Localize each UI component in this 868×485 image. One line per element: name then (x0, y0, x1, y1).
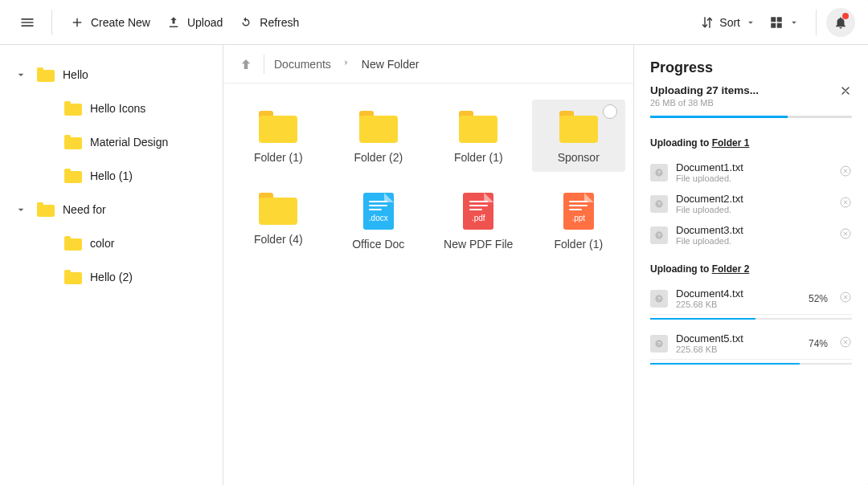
file-thumb-icon: ? (650, 195, 668, 213)
close-icon (839, 84, 852, 97)
chevron-down-icon (788, 17, 800, 28)
sidebar-item[interactable]: Hello (6, 58, 216, 92)
sidebar-item[interactable]: color (6, 226, 216, 260)
upload-file-percent: 74% (809, 338, 828, 349)
upload-file-row: ?Document2.txtFile uploaded. (650, 188, 852, 219)
body: HelloHello IconsMaterial DesignHello (1)… (0, 45, 868, 485)
upload-icon (166, 15, 181, 30)
sidebar-item-label: Hello Icons (90, 102, 145, 115)
upload-group: Uploading to Folder 1?Document1.txtFile … (650, 137, 852, 251)
breadcrumb-item[interactable]: Documents (274, 58, 331, 71)
progress-title: Progress (650, 59, 852, 76)
cancel-upload-button[interactable] (839, 291, 852, 306)
upload-file-sub: File uploaded. (676, 236, 831, 246)
file-tile-label: Folder (2) (354, 151, 403, 164)
file-tile[interactable]: .pptFolder (1) (532, 181, 626, 259)
breadcrumb-bar: Documents New Folder (223, 45, 633, 84)
selection-indicator[interactable] (603, 104, 617, 119)
sidebar-item[interactable]: Need for (6, 193, 216, 226)
upload-file-progress-bar (650, 363, 852, 365)
sidebar-item[interactable]: Hello Icons (6, 92, 216, 125)
sidebar-item-label: Hello (1) (90, 169, 133, 182)
sidebar-item-label: Hello (2) (90, 271, 133, 283)
folder-icon (64, 169, 82, 183)
create-new-button[interactable]: Create New (62, 9, 158, 36)
upload-group-title: Uploading to Folder 2 (650, 263, 852, 275)
folder-icon (64, 101, 82, 116)
progress-summary-row: Uploading 27 items... 26 MB of 38 MB (650, 84, 852, 108)
upload-file-name: Document5.txt (676, 332, 800, 344)
folder-icon (259, 193, 297, 225)
sidebar-item-label: Hello (63, 68, 88, 81)
upload-target-link[interactable]: Folder 1 (712, 137, 750, 149)
chevron-down-icon (13, 68, 29, 81)
progress-summary-sub: 26 MB of 38 MB (650, 98, 759, 108)
divider (264, 55, 264, 74)
cancel-upload-button[interactable] (839, 196, 852, 211)
refresh-button[interactable]: Refresh (231, 9, 307, 36)
upload-button[interactable]: Upload (158, 9, 231, 36)
sort-label: Sort (719, 16, 740, 29)
arrow-up-icon (239, 57, 253, 71)
sort-icon (700, 15, 714, 30)
cancel-upload-button[interactable] (839, 165, 852, 180)
cancel-upload-button[interactable] (839, 227, 852, 243)
chevron-right-icon (341, 57, 352, 71)
sidebar-item[interactable]: Hello (1) (6, 159, 216, 193)
sidebar-item[interactable]: Hello (2) (6, 260, 216, 294)
file-manager-app: Create New Upload Refresh Sort HelloHell… (0, 0, 868, 485)
sidebar-item[interactable]: Material Design (6, 125, 216, 159)
sort-button[interactable]: Sort (694, 10, 763, 35)
breadcrumb-item[interactable]: New Folder (362, 58, 420, 71)
upload-file-row: ?Document3.txtFile uploaded. (650, 219, 852, 251)
file-tile-label: Folder (1) (554, 238, 603, 251)
menu-button[interactable] (13, 8, 42, 37)
upload-group: Uploading to Folder 2?Document4.txt225.6… (650, 263, 852, 373)
file-thumb-icon: ? (650, 226, 668, 244)
plus-icon (70, 15, 84, 30)
upload-file-percent: 52% (809, 293, 828, 304)
file-thumb-icon: ? (650, 335, 668, 353)
folder-icon (64, 270, 82, 284)
divider (51, 10, 52, 35)
close-progress-button[interactable] (839, 84, 852, 100)
file-tile[interactable]: Folder (1) (432, 100, 526, 172)
file-tile[interactable]: Folder (4) (231, 181, 326, 259)
file-tile[interactable]: Folder (2) (332, 100, 426, 172)
file-tile[interactable]: Folder (1) (231, 100, 326, 172)
upload-file-row: ?Document4.txt225.68 KB52% (650, 283, 852, 315)
toolbar: Create New Upload Refresh Sort (0, 0, 868, 45)
folder-icon (64, 135, 82, 149)
sidebar-item-label: Need for (63, 203, 106, 216)
nav-up-button[interactable] (238, 56, 254, 72)
chevron-down-icon (13, 203, 29, 216)
sidebar-item-label: color (90, 237, 114, 250)
upload-file-progress-bar (650, 318, 852, 320)
file-tile-label: Sponsor (558, 151, 600, 164)
file-tile[interactable]: .pdfNew PDF File (432, 181, 526, 259)
file-tile[interactable]: Sponsor (532, 100, 626, 172)
content-area: Documents New Folder Folder (1)Folder (2… (223, 45, 633, 485)
pdf-file-icon: .pdf (463, 193, 493, 230)
folder-icon (359, 111, 398, 143)
folder-icon (459, 111, 497, 143)
file-tile-label: Folder (1) (254, 151, 303, 164)
upload-file-name: Document1.txt (676, 161, 831, 173)
file-tile-label: Folder (1) (454, 151, 503, 164)
view-switch-button[interactable] (763, 10, 806, 35)
refresh-label: Refresh (260, 16, 299, 29)
cancel-upload-button[interactable] (839, 336, 852, 351)
docx-file-icon: .docx (363, 193, 394, 230)
refresh-icon (239, 15, 253, 30)
progress-panel: Progress Uploading 27 items... 26 MB of … (633, 45, 868, 485)
file-tile[interactable]: .docxOffice Doc (332, 181, 426, 259)
upload-file-row: ?Document1.txtFile uploaded. (650, 157, 852, 188)
notifications-button[interactable] (826, 8, 855, 37)
divider (816, 10, 817, 35)
notification-dot (842, 13, 849, 19)
folder-icon (37, 67, 55, 82)
upload-target-link[interactable]: Folder 2 (712, 263, 750, 275)
file-grid: Folder (1)Folder (2)Folder (1)SponsorFol… (223, 84, 633, 275)
upload-file-sub: File uploaded. (676, 173, 831, 183)
create-new-label: Create New (91, 16, 150, 29)
